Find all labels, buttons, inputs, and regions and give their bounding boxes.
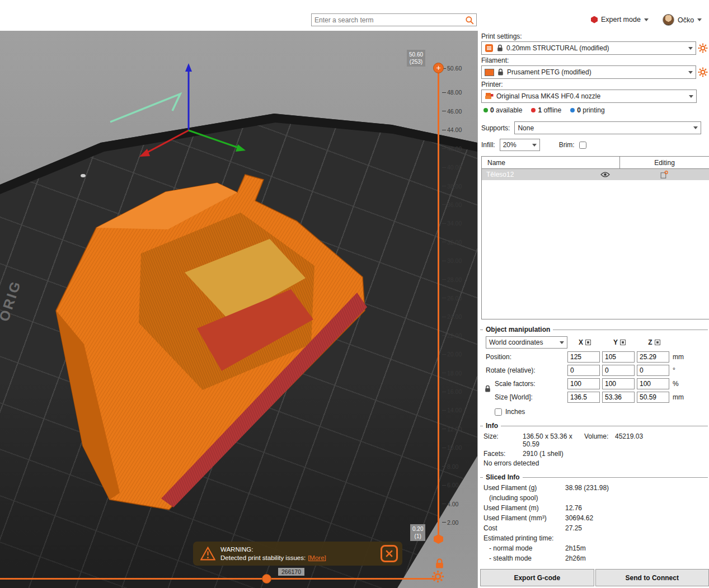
filament-color-swatch	[485, 69, 494, 76]
object-manipulation-title: Object manipulation	[480, 326, 708, 333]
layer-tick-32.00: 32.00	[442, 239, 462, 246]
manip-input-z-0[interactable]	[637, 351, 669, 363]
print-settings-gear-icon[interactable]	[698, 43, 708, 53]
manip-input-y-0[interactable]	[602, 351, 635, 363]
layer-tick-26.00: 26.00	[442, 295, 462, 302]
layer-tick-42.00: 42.00	[442, 145, 462, 152]
filament-combo[interactable]: Prusament PETG (modified)	[481, 65, 696, 79]
chevron-down-icon	[689, 95, 693, 98]
warning-toast: WARNING: Detected print stability issues…	[193, 542, 402, 566]
move-slider-handle[interactable]	[262, 574, 271, 584]
info-errors-line: No errors detected	[483, 459, 706, 467]
sliced-label: - stealth mode	[483, 554, 565, 562]
manip-input-z-3[interactable]	[637, 392, 669, 403]
close-icon	[385, 549, 393, 558]
manip-input-x-2[interactable]	[567, 378, 600, 389]
search-input[interactable]	[312, 16, 465, 24]
layer-tick-18.00: 18.00	[442, 370, 462, 377]
model-body[interactable]	[56, 175, 367, 510]
layer-tick-46.00: 46.00	[442, 108, 462, 115]
viewport-settings-gear-icon[interactable]	[431, 570, 444, 583]
chevron-down-icon	[688, 71, 693, 74]
layer-bottom-index: (1)	[412, 533, 423, 540]
sliced-label: Estimated printing time:	[483, 534, 565, 542]
printer-combo[interactable]: Original Prusa MK4S HF0.4 nozzle	[481, 90, 697, 103]
status-text: 1 offline	[538, 106, 561, 114]
export-gcode-button[interactable]: Export G-code	[480, 569, 594, 586]
filament-gear-icon[interactable]	[698, 67, 708, 77]
supports-value: None	[518, 124, 691, 132]
printer-icon	[485, 92, 494, 101]
move-slider-track[interactable]	[0, 578, 436, 580]
avatar	[663, 14, 674, 26]
supports-select[interactable]: None	[514, 121, 701, 134]
inches-checkbox[interactable]	[495, 408, 502, 416]
viewport-lock-icon[interactable]	[434, 558, 445, 570]
manip-input-z-2[interactable]	[637, 378, 669, 389]
manip-input-x-0[interactable]	[567, 351, 600, 363]
send-to-connect-button[interactable]: Send to Connect	[595, 569, 709, 586]
brim-checkbox[interactable]	[579, 142, 586, 149]
search-icon[interactable]	[465, 16, 474, 25]
sliced-label: Used Filament (g)	[483, 484, 565, 492]
sliced-model[interactable]	[0, 31, 477, 588]
manip-input-y-1[interactable]	[602, 365, 635, 376]
status-text: 0 printing	[577, 106, 604, 114]
layer-bottom-value: 0.20	[412, 525, 423, 533]
volume-label: Volume:	[584, 432, 615, 448]
user-menu[interactable]: Očko	[663, 14, 702, 26]
layer-tick-24.00: 24.00	[442, 313, 462, 320]
manip-input-y-3[interactable]	[602, 392, 635, 403]
manip-input-x-3[interactable]	[567, 392, 600, 403]
warning-more-link[interactable]: [More]	[308, 554, 326, 561]
settings-sidebar: Print settings: 0.20mm STRUCTURAL (modif…	[477, 31, 709, 588]
lock-icon	[496, 44, 504, 52]
layer-slider-top-label: 50.60 (253)	[407, 50, 425, 67]
axis-header-y: Y	[602, 338, 637, 346]
sliced-value: 30694.62	[565, 514, 593, 522]
warning-close-button[interactable]	[381, 545, 398, 562]
edit-icon[interactable]	[660, 171, 668, 179]
manip-unit: °	[673, 366, 675, 374]
layer-tick-44.00: 44.00	[442, 126, 462, 133]
layer-tick-10.00: 10.00	[442, 444, 462, 451]
search-box[interactable]	[311, 13, 477, 26]
manip-input-x-1[interactable]	[567, 365, 600, 376]
eye-icon[interactable]	[600, 171, 610, 178]
infill-select[interactable]: 20%	[500, 139, 540, 151]
inches-label: Inches	[505, 408, 525, 416]
layer-slider-track[interactable]	[438, 68, 439, 539]
travel-path	[110, 94, 180, 122]
3d-viewport[interactable]: ORIG	[0, 31, 477, 588]
layer-top-index: (253)	[409, 58, 423, 65]
manip-input-y-2[interactable]	[602, 378, 635, 389]
facets-label: Facets:	[483, 450, 523, 458]
sliced-value: 38.98 (231.98)	[565, 484, 609, 492]
chevron-down-icon	[560, 341, 564, 344]
manip-input-z-1[interactable]	[637, 365, 669, 376]
expert-mode-selector[interactable]: Expert mode	[591, 16, 649, 23]
layer-slider-top-handle[interactable]: +	[433, 63, 444, 73]
warning-text: WARNING: Detected print stability issues…	[220, 545, 326, 562]
layer-tick-30.00: 30.00	[442, 257, 462, 264]
move-slider-value: 266170	[278, 568, 304, 576]
axis-header-x: X	[567, 338, 602, 346]
coordinates-select[interactable]: World coordinates	[486, 336, 567, 349]
size-label: Size:	[483, 432, 523, 448]
layer-tick-34.00: 34.00	[442, 220, 462, 227]
printer-value: Original Prusa MK4S HF0.4 nozzle	[496, 92, 686, 100]
info-size-line: Size: 136.50 x 53.36 x 50.59 Volume: 452…	[483, 432, 706, 448]
print-settings-value: 0.20mm STRUCTURAL (modified)	[506, 44, 685, 52]
filament-label: Filament:	[481, 57, 706, 64]
sliced-value: 12.76	[565, 504, 582, 512]
object-row[interactable]: Těleso12	[482, 169, 709, 180]
layer-tick-12.00: 12.00	[442, 426, 462, 432]
print-settings-combo[interactable]: 0.20mm STRUCTURAL (modified)	[481, 41, 696, 55]
column-editing: Editing	[620, 159, 709, 167]
layer-tick-8.00: 8.00	[442, 463, 458, 470]
status-dot	[531, 108, 536, 112]
layer-tick-2.00: 2.00	[442, 519, 458, 526]
facets-value: 2910 (1 shell)	[523, 450, 564, 458]
supports-label: Supports:	[481, 124, 510, 132]
filament-value: Prusament PETG (modified)	[507, 68, 685, 76]
